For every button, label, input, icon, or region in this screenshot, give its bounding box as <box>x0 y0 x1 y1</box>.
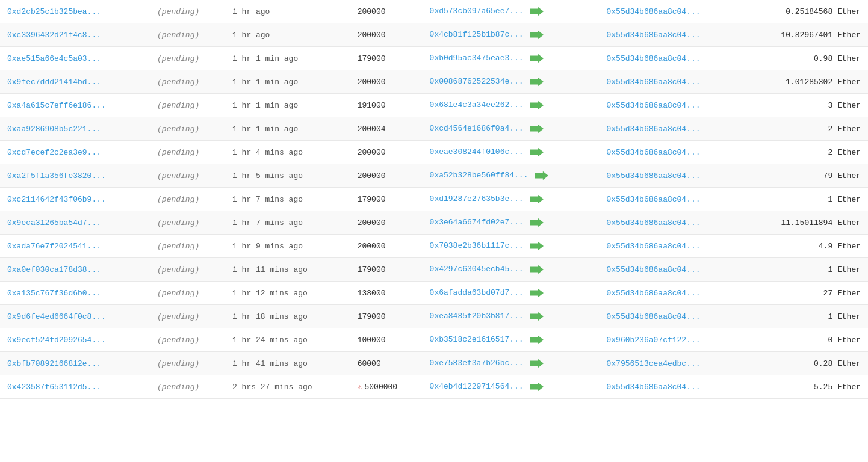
tx-hash[interactable]: 0x9d6fe4ed6664f0c8... <box>0 305 150 328</box>
from-address-link[interactable]: 0x3e64a6674fd02e7... <box>430 218 524 227</box>
from-address-link[interactable]: 0x4eb4d1229714564... <box>430 382 524 391</box>
tx-hash-link[interactable]: 0xaa9286908b5c221... <box>7 125 101 134</box>
tx-hash[interactable]: 0xbfb70892166812e... <box>0 352 150 375</box>
tx-hash[interactable]: 0xae515a66e4c5a03... <box>0 47 150 70</box>
tx-hash[interactable]: 0x423587f653112d5... <box>0 375 150 399</box>
tx-hash-link[interactable]: 0xa0ef030ca178d38... <box>7 265 101 274</box>
from-address-link[interactable]: 0xb3518c2e1616517... <box>430 335 524 344</box>
tx-hash[interactable]: 0xd2cb25c1b325bea... <box>0 0 150 23</box>
from-address-link[interactable]: 0xeae308244f0106c... <box>430 147 524 156</box>
to-address-link[interactable]: 0x55d34b686aa8c04... <box>607 148 701 157</box>
from-address-link[interactable]: 0x4cb81f125b1b87c... <box>430 30 524 39</box>
tx-to[interactable]: 0x55d34b686aa8c04... <box>600 141 743 164</box>
to-address-link[interactable]: 0x55d34b686aa8c04... <box>607 312 701 321</box>
tx-hash-link[interactable]: 0xbfb70892166812e... <box>7 359 101 368</box>
to-address-link[interactable]: 0x55d34b686aa8c04... <box>607 31 701 40</box>
to-address-link[interactable]: 0x55d34b686aa8c04... <box>607 383 701 392</box>
tx-from[interactable]: 0x00868762522534e... <box>423 70 600 94</box>
to-address-link[interactable]: 0x7956513cea4edbc... <box>607 359 701 368</box>
tx-to[interactable]: 0x55d34b686aa8c04... <box>600 235 743 258</box>
tx-hash[interactable]: 0xc2114642f43f06b9... <box>0 188 150 211</box>
tx-hash-link[interactable]: 0x9eca31265ba54d7... <box>7 218 101 227</box>
tx-to[interactable]: 0x55d34b686aa8c04... <box>600 258 743 282</box>
tx-hash[interactable]: 0x9ecf524fd2092654... <box>0 328 150 352</box>
tx-from[interactable]: 0xa52b328be560ff84... <box>423 164 600 188</box>
tx-hash-link[interactable]: 0xc2114642f43f06b9... <box>7 195 106 204</box>
tx-from[interactable]: 0x4eb4d1229714564... <box>423 375 600 399</box>
tx-to[interactable]: 0x55d34b686aa8c04... <box>600 70 743 94</box>
tx-hash[interactable]: 0xa135c767f36d6b0... <box>0 282 150 305</box>
from-address-link[interactable]: 0xa52b328be560ff84... <box>430 171 529 180</box>
to-address-link[interactable]: 0x55d34b686aa8c04... <box>607 265 701 274</box>
from-address-link[interactable]: 0xcd4564e1686f0a4... <box>430 124 524 133</box>
tx-hash-link[interactable]: 0xa2f5f1a356fe3820... <box>7 171 106 180</box>
tx-hash-link[interactable]: 0x423587f653112d5... <box>7 383 101 392</box>
from-address-link[interactable]: 0xb0d95ac3475eae3... <box>430 54 524 63</box>
tx-from[interactable]: 0x681e4c3a34ee262... <box>423 94 600 117</box>
tx-hash[interactable]: 0x9fec7ddd21414bd... <box>0 70 150 94</box>
tx-to[interactable]: 0x55d34b686aa8c04... <box>600 211 743 235</box>
to-address-link[interactable]: 0x55d34b686aa8c04... <box>607 171 701 180</box>
to-address-link[interactable]: 0x55d34b686aa8c04... <box>607 242 701 251</box>
tx-to[interactable]: 0x55d34b686aa8c04... <box>600 0 743 23</box>
tx-hash-link[interactable]: 0xc3396432d21f4c8... <box>7 31 101 40</box>
tx-hash-link[interactable]: 0xada76e7f2024541... <box>7 242 101 251</box>
tx-to[interactable]: 0x55d34b686aa8c04... <box>600 305 743 328</box>
tx-hash[interactable]: 0xada76e7f2024541... <box>0 235 150 258</box>
tx-hash[interactable]: 0xc3396432d21f4c8... <box>0 23 150 47</box>
tx-hash-link[interactable]: 0xd2cb25c1b325bea... <box>7 7 101 16</box>
tx-from[interactable]: 0x7038e2b36b1117c... <box>423 235 600 258</box>
tx-hash[interactable]: 0xa2f5f1a356fe3820... <box>0 164 150 188</box>
to-address-link[interactable]: 0x55d34b686aa8c04... <box>607 195 701 204</box>
from-address-link[interactable]: 0xe7583ef3a7b26bc... <box>430 359 524 368</box>
from-address-link[interactable]: 0x00868762522534e... <box>430 77 524 86</box>
tx-hash-link[interactable]: 0xae515a66e4c5a03... <box>7 54 101 63</box>
tx-from[interactable]: 0xe7583ef3a7b26bc... <box>423 352 600 375</box>
to-address-link[interactable]: 0x960b236a07cf122... <box>607 336 701 345</box>
to-address-link[interactable]: 0x55d34b686aa8c04... <box>607 289 701 298</box>
tx-hash-link[interactable]: 0xa4a615c7eff6e186... <box>7 101 106 110</box>
tx-to[interactable]: 0x55d34b686aa8c04... <box>600 94 743 117</box>
tx-hash[interactable]: 0xa4a615c7eff6e186... <box>0 94 150 117</box>
tx-from[interactable]: 0xcd4564e1686f0a4... <box>423 117 600 141</box>
tx-hash-link[interactable]: 0x9fec7ddd21414bd... <box>7 78 101 87</box>
from-address-link[interactable]: 0xd573cb097a65ee7... <box>430 7 524 16</box>
to-address-link[interactable]: 0x55d34b686aa8c04... <box>607 54 701 63</box>
tx-to[interactable]: 0x7956513cea4edbc... <box>600 352 743 375</box>
tx-to[interactable]: 0x55d34b686aa8c04... <box>600 164 743 188</box>
tx-hash[interactable]: 0xcd7ecef2c2ea3e9... <box>0 141 150 164</box>
tx-hash-link[interactable]: 0xa135c767f36d6b0... <box>7 289 101 298</box>
tx-to[interactable]: 0x55d34b686aa8c04... <box>600 375 743 399</box>
to-address-link[interactable]: 0x55d34b686aa8c04... <box>607 218 701 227</box>
from-address-link[interactable]: 0x4297c63045ecb45... <box>430 265 524 274</box>
tx-from[interactable]: 0x3e64a6674fd02e7... <box>423 211 600 235</box>
from-address-link[interactable]: 0xd19287e27635b3e... <box>430 194 524 203</box>
tx-from[interactable]: 0xb0d95ac3475eae3... <box>423 47 600 70</box>
tx-hash[interactable]: 0xaa9286908b5c221... <box>0 117 150 141</box>
tx-from[interactable]: 0xd19287e27635b3e... <box>423 188 600 211</box>
to-address-link[interactable]: 0x55d34b686aa8c04... <box>607 101 701 110</box>
tx-to[interactable]: 0x55d34b686aa8c04... <box>600 117 743 141</box>
tx-hash-link[interactable]: 0xcd7ecef2c2ea3e9... <box>7 148 101 157</box>
tx-from[interactable]: 0x4297c63045ecb45... <box>423 258 600 282</box>
tx-to[interactable]: 0x55d34b686aa8c04... <box>600 188 743 211</box>
tx-from[interactable]: 0x6afadda63bd07d7... <box>423 282 600 305</box>
tx-from[interactable]: 0xd573cb097a65ee7... <box>423 0 600 23</box>
tx-to[interactable]: 0x55d34b686aa8c04... <box>600 282 743 305</box>
tx-hash[interactable]: 0xa0ef030ca178d38... <box>0 258 150 282</box>
from-address-link[interactable]: 0xea8485f20b3b817... <box>430 312 524 321</box>
tx-to[interactable]: 0x55d34b686aa8c04... <box>600 47 743 70</box>
tx-from[interactable]: 0xea8485f20b3b817... <box>423 305 600 328</box>
tx-from[interactable]: 0xb3518c2e1616517... <box>423 328 600 352</box>
tx-hash-link[interactable]: 0x9ecf524fd2092654... <box>7 336 106 345</box>
from-address-link[interactable]: 0x7038e2b36b1117c... <box>430 241 524 250</box>
tx-from[interactable]: 0x4cb81f125b1b87c... <box>423 23 600 47</box>
tx-to[interactable]: 0x55d34b686aa8c04... <box>600 23 743 47</box>
tx-from[interactable]: 0xeae308244f0106c... <box>423 141 600 164</box>
from-address-link[interactable]: 0x6afadda63bd07d7... <box>430 288 524 297</box>
tx-hash[interactable]: 0x9eca31265ba54d7... <box>0 211 150 235</box>
to-address-link[interactable]: 0x55d34b686aa8c04... <box>607 7 701 16</box>
to-address-link[interactable]: 0x55d34b686aa8c04... <box>607 78 701 87</box>
tx-hash-link[interactable]: 0x9d6fe4ed6664f0c8... <box>7 312 106 321</box>
tx-to[interactable]: 0x960b236a07cf122... <box>600 328 743 352</box>
